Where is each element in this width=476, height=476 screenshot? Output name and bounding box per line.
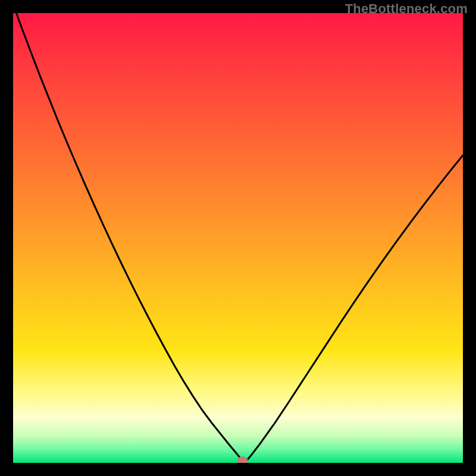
gradient-background: [13, 13, 463, 463]
bottleneck-chart: [13, 13, 463, 463]
chart-frame: TheBottleneck.com: [0, 0, 476, 476]
